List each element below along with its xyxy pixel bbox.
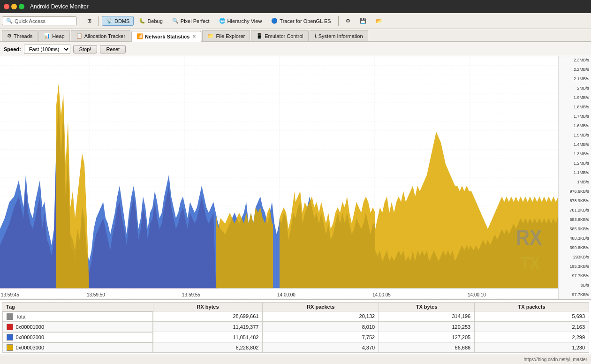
y-label-0: 0B/s	[561, 283, 589, 288]
svg-text:14:00:10: 14:00:10	[468, 291, 486, 297]
cell-rx-packets-0: 20,132	[263, 311, 379, 322]
cell-rx-bytes-0: 28,699,661	[153, 311, 263, 322]
color-swatch-2	[7, 334, 13, 341]
tag-label-1: 0x00001000	[16, 324, 45, 330]
cell-rx-packets-3: 4,370	[263, 342, 379, 353]
y-label-1_9mb: 1.9MB/s	[561, 96, 589, 100]
debug-button[interactable]: 🐛 Debug	[135, 16, 167, 26]
table-row: 0x00001000 11,419,377 8,010 120,253 2,16…	[2, 322, 589, 332]
cell-rx-bytes-2: 11,051,482	[153, 332, 263, 342]
chart-main: RX TX 13:59:45 13:59:50 13:59:55 14:00:0…	[0, 56, 558, 299]
cell-rx-bytes-3: 6,228,802	[153, 342, 263, 353]
y-label-488kb: 488.3KB/s	[561, 236, 589, 241]
network-data-table: Tag RX bytes RX packets TX bytes TX pack…	[2, 302, 589, 353]
y-label-781kb: 781.2KB/s	[561, 208, 589, 212]
pixel-perfect-button[interactable]: 🔍 Pixel Perfect	[168, 16, 214, 26]
debug-label: Debug	[147, 18, 162, 24]
y-label-2_1mb: 2.1MB/s	[561, 77, 589, 81]
main-area: RX TX 13:59:45 13:59:50 13:59:55 14:00:0…	[0, 56, 591, 355]
color-swatch-1	[7, 324, 13, 330]
tab-heap[interactable]: 📊 Heap	[38, 30, 69, 41]
col-tx-bytes: TX bytes	[379, 302, 475, 311]
svg-text:13:59:55: 13:59:55	[182, 291, 200, 297]
tab-threads[interactable]: ⚙ Threads	[2, 30, 38, 41]
tab-bar: ⚙ Threads 📊 Heap 📋 Allocation Tracker 📶 …	[0, 29, 591, 42]
file-explorer-label: File Explorer	[216, 33, 245, 39]
tracer-icon: 🔵	[271, 18, 278, 24]
status-text: https://blog.csdn.net/yi_master	[523, 357, 587, 362]
ddms-button[interactable]: 📡 DDMS	[102, 16, 134, 26]
search-icon: 🔍	[6, 18, 13, 24]
reset-button[interactable]: Reset	[100, 45, 126, 53]
threads-icon: ⚙	[7, 33, 12, 39]
cell-tag-1: 0x00001000	[2, 322, 153, 332]
minimize-button[interactable]	[11, 4, 17, 9]
sysinfo-label: System Information	[318, 33, 363, 39]
y-label-195kb: 195.3KB/s	[561, 265, 589, 269]
y-label-neg97kb: 97.7KB/s	[561, 293, 589, 297]
cell-tx-bytes-1: 120,253	[379, 322, 475, 332]
tracer-label: Tracer for OpenGL ES	[280, 18, 331, 24]
y-axis: 2.3MB/s 2.2MB/s 2.1MB/s 2MB/s 1.9MB/s 1.…	[558, 56, 591, 299]
color-swatch-3	[7, 344, 13, 351]
cell-rx-bytes-1: 11,419,377	[153, 322, 263, 332]
tracer-opengl-button[interactable]: 🔵 Tracer for OpenGL ES	[267, 16, 335, 26]
tag-label-2: 0x00002000	[16, 334, 45, 340]
col-rx-packets: RX packets	[263, 302, 379, 311]
cell-tx-packets-2: 2,299	[475, 332, 589, 342]
y-label-976kb: 976.6KB/s	[561, 190, 589, 194]
cell-tag-2: 0x00002000	[2, 332, 153, 342]
hierarchy-icon: 🌐	[219, 18, 226, 24]
tag-label-0: Total	[16, 314, 27, 319]
network-tab-close[interactable]: ✕	[192, 34, 196, 39]
cell-tx-packets-3: 1,230	[475, 342, 589, 353]
tab-allocation-tracker[interactable]: 📋 Allocation Tracker	[71, 30, 130, 41]
ddms-icon: 📡	[106, 18, 113, 24]
save-button[interactable]: 💾	[356, 16, 371, 26]
allocation-icon: 📋	[76, 33, 83, 39]
chart-container: RX TX 13:59:45 13:59:50 13:59:55 14:00:0…	[0, 56, 591, 299]
y-label-390kb: 390.6KB/s	[561, 246, 589, 250]
tab-file-explorer[interactable]: 📁 File Explorer	[202, 30, 250, 41]
tab-system-information[interactable]: ℹ System Information	[310, 30, 368, 41]
y-label-1_8mb: 1.8MB/s	[561, 105, 589, 109]
svg-text:13:59:45: 13:59:45	[1, 291, 19, 297]
tag-label-3: 0x00003000	[16, 345, 45, 350]
settings-button[interactable]: ⚙	[341, 16, 355, 26]
data-table-container: Tag RX bytes RX packets TX bytes TX pack…	[0, 299, 591, 355]
hierarchy-label: Hierarchy View	[227, 18, 262, 24]
col-rx-bytes: RX bytes	[153, 302, 263, 311]
svg-text:14:00:00: 14:00:00	[277, 291, 296, 297]
network-label: Network Statistics	[145, 34, 189, 39]
file-explorer-icon: 📁	[207, 33, 214, 39]
threads-label: Threads	[14, 33, 32, 39]
network-chart: RX TX 13:59:45 13:59:50 13:59:55 14:00:0…	[0, 56, 558, 299]
toolbar-separator-2	[98, 16, 99, 26]
tab-network-statistics[interactable]: 📶 Network Statistics ✕	[131, 31, 201, 42]
table-row: 0x00003000 6,228,802 4,370 66,686 1,230	[2, 342, 589, 353]
stop-button[interactable]: Stop!	[73, 45, 98, 53]
cell-rx-packets-1: 8,010	[263, 322, 379, 332]
toolbar-separator-1	[80, 16, 80, 26]
quick-access-label: Quick Access	[15, 18, 45, 24]
tab-emulator-control[interactable]: 📱 Emulator Control	[251, 30, 309, 41]
y-label-97kb: 97.7KB/s	[561, 274, 589, 278]
pixel-perfect-icon: 🔍	[172, 18, 179, 24]
cell-tx-bytes-0: 314,196	[379, 311, 475, 322]
hierarchy-view-button[interactable]: 🌐 Hierarchy View	[215, 16, 266, 26]
cell-tx-bytes-3: 66,686	[379, 342, 475, 353]
speed-select[interactable]: Fast (100ms)	[24, 45, 70, 54]
open-button[interactable]: 📂	[371, 16, 386, 26]
cell-tag-3: 0x00003000	[2, 342, 153, 353]
new-window-icon: ⊞	[87, 18, 91, 24]
color-swatch-0	[7, 313, 13, 320]
window-controls[interactable]	[4, 4, 24, 9]
table-header-row: Tag RX bytes RX packets TX bytes TX pack…	[2, 302, 589, 311]
y-label-2mb: 2MB/s	[561, 86, 589, 91]
emulator-icon: 📱	[256, 33, 263, 39]
svg-text:TX: TX	[521, 254, 540, 273]
close-button[interactable]	[4, 4, 9, 9]
maximize-button[interactable]	[19, 4, 24, 9]
new-window-button[interactable]: ⊞	[83, 16, 96, 26]
quick-access-box[interactable]: 🔍 Quick Access	[2, 16, 77, 25]
